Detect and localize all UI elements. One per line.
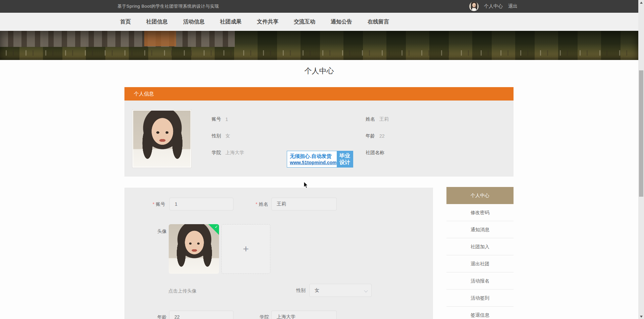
chevron-down-icon: [364, 289, 368, 292]
ad-tag-line2: 设计: [339, 159, 350, 166]
banner-carousel: [0, 31, 638, 60]
arrow-down-icon: [640, 316, 643, 318]
gender-select[interactable]: 女: [309, 284, 372, 297]
college-input[interactable]: 上海大学: [271, 311, 337, 319]
info-value-name: 王莉: [379, 116, 389, 122]
info-value-age: 22: [379, 133, 385, 139]
nav-item-activity-info[interactable]: 活动信息: [183, 18, 205, 25]
profile-link[interactable]: 个人中心: [484, 3, 503, 9]
info-value-gender: 女: [225, 133, 230, 139]
info-field-club-name: 社团名称: [366, 150, 389, 156]
info-field-account: 账号 1: [212, 116, 228, 122]
avatar-upload-dropzone[interactable]: +: [221, 224, 270, 274]
form-label-age: 年龄: [157, 314, 167, 319]
form-label-account: 账号: [153, 201, 165, 207]
sidebar-item-notifications[interactable]: 通知消息: [446, 221, 514, 238]
info-label-name: 姓名: [366, 116, 375, 122]
banner-photo: [0, 31, 638, 60]
scrollbar-down-arrow[interactable]: [638, 314, 644, 319]
vertical-scrollbar[interactable]: [638, 0, 644, 319]
nav-item-notices[interactable]: 通知公告: [331, 18, 352, 25]
upload-hint-link[interactable]: 点击上传头像: [168, 288, 197, 294]
info-label-college: 学院: [212, 150, 221, 156]
info-field-college: 学院 上海大学: [212, 150, 244, 156]
page-root: 基于Spring Boot的学生社团管理系统的设计与实现 个人中心 退出 首页 …: [0, 0, 644, 319]
info-label-gender: 性别: [212, 133, 221, 139]
form-label-college: 学院: [260, 314, 269, 319]
account-input[interactable]: 1: [169, 198, 233, 210]
ad-tag-line1: 毕业: [339, 152, 350, 159]
main-nav: 首页 社团信息 活动信息 社团成果 文件共享 交流互动 通知公告 在线留言: [0, 13, 638, 31]
nav-item-interaction[interactable]: 交流互动: [294, 18, 315, 25]
topbar-user-area: 个人中心 退出: [469, 0, 518, 13]
ad-tag: 毕业 设计: [337, 151, 353, 167]
banner-vignette: [0, 31, 638, 60]
info-label-club-name: 社团名称: [366, 150, 384, 156]
sidebar-item-join-club[interactable]: 社团加入: [446, 238, 514, 255]
plus-icon: +: [243, 243, 249, 255]
nav-item-messages[interactable]: 在线留言: [368, 18, 389, 25]
scrollbar-thumb[interactable]: [639, 70, 643, 197]
ad-line1: 无须担心.自动发货: [290, 153, 337, 160]
watermark-ad-badge[interactable]: 无须担心.自动发货 www.51topmind.com 毕业 设计: [287, 151, 353, 168]
nav-item-file-sharing[interactable]: 文件共享: [257, 18, 278, 25]
form-label-name: 姓名: [256, 201, 268, 207]
personal-info-card: 个人信息 账号 1 姓名 王莉 性别 女 年龄 22 学院: [124, 87, 514, 177]
info-card-header: 个人信息: [124, 87, 514, 101]
info-label-account: 账号: [212, 116, 221, 122]
form-label-gender: 性别: [296, 288, 306, 294]
arrow-up-icon: [640, 2, 643, 4]
uploaded-avatar-thumbnail[interactable]: ✓: [169, 224, 219, 274]
nav-item-home[interactable]: 首页: [120, 18, 131, 25]
info-label-age: 年龄: [366, 133, 375, 139]
info-field-gender: 性别 女: [212, 133, 230, 139]
info-card-body: 账号 1 姓名 王莉 性别 女 年龄 22 学院 上海大学 社团名称: [124, 101, 514, 177]
user-avatar-image: [469, 2, 479, 11]
profile-photo: [133, 111, 191, 167]
sidebar-item-activity-checkin[interactable]: 活动签到: [446, 290, 514, 307]
profile-photo-frame: [132, 110, 192, 168]
sidebar-item-change-password[interactable]: 修改密码: [446, 204, 514, 221]
profile-sidebar-menu: 个人中心 修改密码 通知消息 社团加入 退出社团 活动报名 活动签到 签退信息: [446, 187, 514, 319]
info-value-college: 上海大学: [225, 150, 244, 156]
sidebar-item-activity-signup[interactable]: 活动报名: [446, 272, 514, 290]
form-label-avatar: 头像: [157, 229, 167, 235]
scrollbar-up-arrow[interactable]: [638, 0, 644, 5]
app-title: 基于Spring Boot的学生社团管理系统的设计与实现: [117, 0, 219, 13]
topbar: 基于Spring Boot的学生社团管理系统的设计与实现 个人中心 退出: [0, 0, 638, 13]
ad-text-block: 无须担心.自动发货 www.51topmind.com: [287, 151, 337, 167]
nav-item-club-achievements[interactable]: 社团成果: [220, 18, 241, 25]
user-avatar[interactable]: [469, 2, 479, 11]
sidebar-item-quit-club[interactable]: 退出社团: [446, 255, 514, 272]
gender-select-value: 女: [315, 288, 319, 294]
info-field-name: 姓名 王莉: [366, 116, 389, 122]
name-input[interactable]: 王莉: [271, 198, 337, 210]
logout-link[interactable]: 退出: [508, 3, 518, 9]
check-icon: ✓: [215, 225, 218, 229]
sidebar-item-personal-center[interactable]: 个人中心: [446, 187, 514, 204]
info-value-account: 1: [225, 117, 228, 122]
age-input[interactable]: 22: [169, 311, 233, 319]
ad-link-text: www.51topmind.com: [290, 160, 337, 166]
nav-item-club-info[interactable]: 社团信息: [146, 18, 168, 25]
sidebar-item-checkout-info[interactable]: 签退信息: [446, 307, 514, 319]
profile-edit-form: 账号 1 姓名 王莉 头像 ✓ + 点击上传头像 性别 女 年龄 22 学院 上…: [124, 188, 433, 319]
page-title: 个人中心: [0, 66, 638, 76]
info-field-age: 年龄 22: [366, 133, 385, 139]
